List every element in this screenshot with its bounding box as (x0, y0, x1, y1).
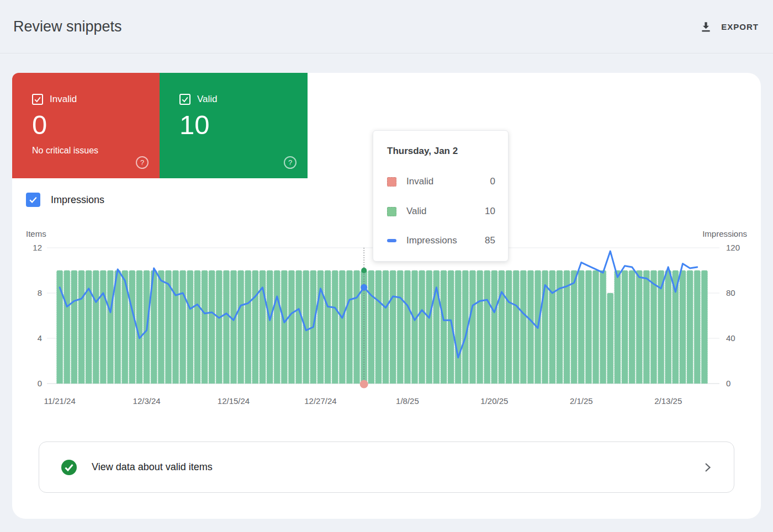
impressions-toggle[interactable]: Impressions (26, 193, 104, 207)
tooltip-row-valid: Valid 10 (387, 205, 495, 218)
valid-checkbox[interactable] (179, 94, 190, 105)
invalid-count: 0 (32, 109, 47, 140)
invalid-help-icon[interactable]: ? (136, 156, 149, 169)
header-divider (0, 53, 773, 54)
invalid-subtitle: No critical issues (32, 146, 98, 156)
download-icon (700, 20, 712, 33)
check-icon (181, 95, 189, 104)
invalid-checkbox[interactable] (32, 94, 43, 105)
invalid-label: Invalid (50, 94, 77, 105)
valid-swatch-icon (387, 207, 396, 216)
export-button-label: EXPORT (721, 22, 759, 31)
invalid-swatch-icon (387, 177, 396, 187)
valid-label: Valid (197, 94, 218, 105)
page-title: Review snippets (13, 18, 122, 35)
valid-help-icon[interactable]: ? (284, 156, 297, 169)
tooltip-row-invalid: Invalid 0 (387, 175, 495, 188)
review-snippets-page: Review snippets EXPORT Invalid 0 No crit (0, 0, 773, 532)
invalid-summary-card[interactable]: Invalid 0 No critical issues ? (12, 73, 160, 178)
chart-tooltip: Thursday, Jan 2 Invalid 0 Valid 10 Impre… (373, 130, 509, 262)
valid-summary-card[interactable]: Valid 10 ? (160, 73, 308, 178)
view-valid-items-label: View data about valid items (92, 461, 213, 473)
impressions-swatch-icon (387, 239, 396, 242)
valid-count: 10 (179, 109, 210, 140)
export-button[interactable]: EXPORT (700, 17, 759, 36)
impressions-toggle-label: Impressions (51, 194, 104, 206)
valid-check-icon (61, 460, 77, 475)
check-icon (28, 194, 39, 205)
tooltip-date: Thursday, Jan 2 (387, 146, 458, 157)
check-icon (33, 95, 42, 104)
impressions-checkbox[interactable] (26, 193, 40, 207)
view-valid-items-link[interactable]: View data about valid items (39, 441, 734, 493)
chevron-right-icon (701, 461, 714, 474)
tooltip-row-impressions: Impressions 85 (387, 234, 495, 247)
